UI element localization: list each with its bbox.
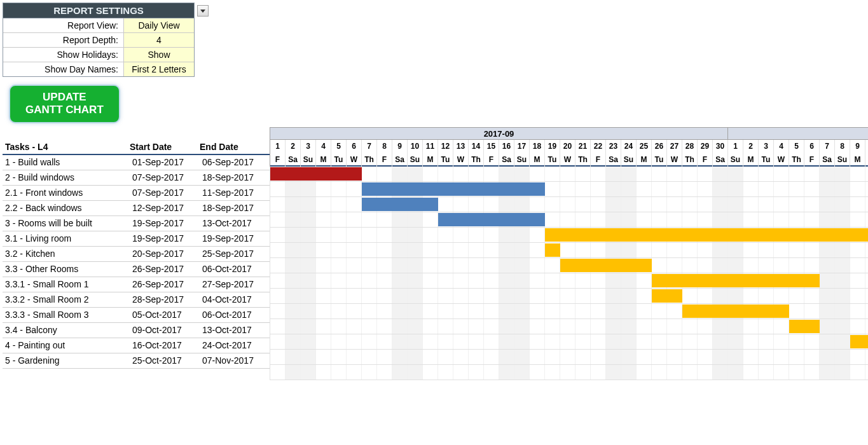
table-row[interactable]: 3.4 - Balcony09-Oct-201713-Oct-2017 [3,323,270,338]
table-row[interactable]: 4 - Painting out16-Oct-201724-Oct-2017 [3,338,270,353]
gantt-bar-row [270,243,868,258]
table-row[interactable]: 2.2 - Back windows12-Sep-201718-Sep-2017 [3,201,270,216]
day-number-cell: 24 [621,140,637,153]
gantt-bar[interactable] [652,289,682,303]
task-name-cell: 3.2 - Kitchen [3,249,130,259]
day-name-cell: M [316,153,331,167]
gantt-bar-row [270,319,868,334]
table-row[interactable]: 3.3.1 - Small Room 126-Sep-201727-Sep-20… [3,277,270,292]
day-name-cell: M [743,153,759,167]
task-start-cell: 07-Sep-2017 [130,188,200,198]
task-name-cell: 4 - Painting out [3,340,130,350]
day-number-cell: 11 [423,140,438,153]
day-name-cell: Tu [759,153,774,167]
day-name-cell: F [804,153,820,167]
day-name-cell: Sa [820,153,835,167]
day-number-cell: 7 [362,140,377,153]
update-gantt-chart-button[interactable]: UPDATE GANTT CHART [9,85,120,123]
day-name-cell: Su [514,153,530,167]
day-number-cell: 30 [713,140,728,153]
day-number-cell: 15 [484,140,499,153]
task-end-cell: 04-Oct-2017 [200,294,270,305]
gantt-bar[interactable] [682,305,789,318]
settings-value[interactable]: Show [124,48,194,62]
day-number-cell: 3 [301,140,316,153]
day-name-cell: Su [621,153,637,167]
table-row[interactable]: 1 - Build walls01-Sep-201706-Sep-2017 [3,155,270,170]
day-name-cell: F [698,153,713,167]
gantt-bar[interactable] [545,243,560,257]
gantt-bar-row [270,167,868,182]
task-name-cell: 2.1 - Front windows [3,188,130,198]
gantt-bar[interactable] [362,182,545,196]
task-end-cell: 19-Sep-2017 [200,233,270,243]
settings-row: Report Depth:4 [3,32,194,47]
day-number-cell: 4 [316,140,331,153]
day-number-cell: 22 [591,140,606,153]
task-start-cell: 07-Sep-2017 [130,172,200,182]
table-row[interactable]: 3.3.3 - Small Room 305-Oct-201706-Oct-20… [3,308,270,323]
day-name-cell: F [270,153,286,167]
table-row[interactable]: 3.1 - Living room19-Sep-201719-Sep-2017 [3,231,270,247]
day-number-cell: 21 [575,140,591,153]
task-start-cell: 09-Oct-2017 [130,325,200,335]
day-number-cell: 1 [270,140,286,153]
gantt-bar[interactable] [438,213,545,226]
calendar-header: 2017-09 12345678910111213141516171819202… [270,127,868,167]
task-start-cell: 26-Sep-2017 [130,279,200,289]
table-row[interactable]: 3.2 - Kitchen20-Sep-201725-Sep-2017 [3,247,270,262]
day-number-cell: 27 [667,140,682,153]
table-row[interactable]: 5 - Gardening25-Oct-201707-Nov-2017 [3,353,270,369]
report-view-dropdown-button[interactable] [197,5,209,17]
task-name-cell: 2.2 - Back windows [3,203,130,213]
table-row[interactable]: 3.3 - Other Rooms26-Sep-201706-Oct-2017 [3,262,270,277]
day-number-cell: 26 [652,140,667,153]
settings-value[interactable]: 4 [124,33,194,47]
settings-label: Show Holidays: [3,48,124,62]
table-row[interactable]: 3 - Rooms will be built19-Sep-201713-Oct… [3,216,270,231]
day-number-cell: 2 [286,140,301,153]
gantt-bar[interactable] [270,167,362,181]
day-number-cell: 25 [637,140,652,153]
gantt-bar[interactable] [652,274,820,287]
day-name-cell: Tu [652,153,667,167]
column-header-start: Start Date [130,142,200,152]
day-name-cell: Th [682,153,698,167]
task-start-cell: 20-Sep-2017 [130,249,200,259]
task-name-cell: 3.3.1 - Small Room 1 [3,279,130,289]
day-name-cell: Sa [286,153,301,167]
day-number-cell: 23 [606,140,621,153]
gantt-bar-row [270,212,868,228]
day-name-cell: W [774,153,789,167]
task-start-cell: 26-Sep-2017 [130,264,200,274]
task-start-cell: 19-Sep-2017 [130,218,200,228]
table-row[interactable]: 2 - Build windows07-Sep-201718-Sep-2017 [3,170,270,186]
day-name-cell: F [377,153,392,167]
task-start-cell: 12-Sep-2017 [130,203,200,213]
table-row[interactable]: 3.3.2 - Small Room 228-Sep-201704-Oct-20… [3,292,270,308]
day-name-cell: Th [575,153,591,167]
day-name-cell: Su [408,153,423,167]
gantt-bar[interactable] [545,228,868,242]
settings-value[interactable]: First 2 Letters [124,62,194,76]
day-name-cell: W [347,153,362,167]
gantt-bar[interactable] [850,335,868,348]
day-name-cell: M [423,153,438,167]
day-name-cell: M [637,153,652,167]
task-end-cell: 06-Sep-2017 [200,157,270,167]
gantt-bar[interactable] [362,198,438,211]
day-name-cell: Sa [499,153,514,167]
day-number-cell: 20 [560,140,575,153]
settings-value[interactable]: Daily View [124,18,194,32]
month-header-cell: 2017-09 [270,128,728,139]
task-end-cell: 27-Sep-2017 [200,279,270,289]
task-end-cell: 06-Oct-2017 [200,264,270,274]
task-name-cell: 1 - Build walls [3,157,130,167]
table-row[interactable]: 2.1 - Front windows07-Sep-201711-Sep-201… [3,186,270,201]
gantt-bar[interactable] [560,259,652,272]
day-name-cell: Tu [438,153,453,167]
gantt-bar-row [270,258,868,273]
settings-row: Show Holidays:Show [3,47,194,62]
gantt-bar[interactable] [789,320,820,333]
column-header-task: Tasks - L4 [3,142,130,152]
